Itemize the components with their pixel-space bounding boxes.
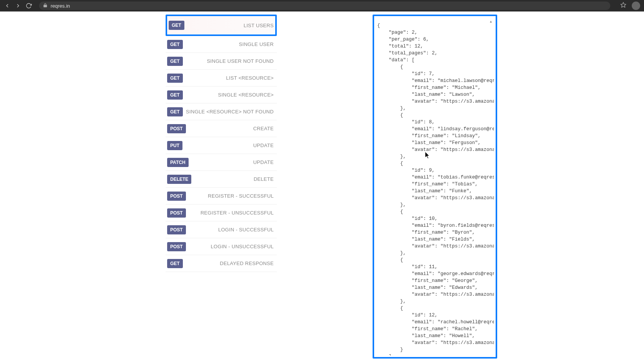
endpoint-label: DELAYED RESPONSE — [220, 260, 274, 266]
svg-marker-0 — [621, 2, 626, 7]
endpoint-label: REGISTER - UNSUCCESSFUL — [200, 210, 274, 216]
endpoint-row[interactable]: POSTREGISTER - UNSUCCESSFUL — [166, 205, 277, 221]
endpoint-row[interactable]: GETLIST USERS — [166, 15, 277, 36]
endpoint-label: SINGLE USER — [239, 41, 274, 47]
endpoint-label: LOGIN - UNSUCCESSFUL — [211, 244, 274, 249]
method-badge: GET — [167, 40, 183, 49]
scroll-up-icon[interactable]: ▴ — [488, 18, 493, 24]
endpoint-label: SINGLE <RESOURCE> — [218, 92, 274, 98]
method-badge: POST — [167, 208, 186, 218]
reload-icon[interactable] — [25, 2, 32, 9]
endpoint-row[interactable]: GETSINGLE <RESOURCE> NOT FOUND — [166, 103, 277, 120]
endpoint-row[interactable]: POSTLOGIN - SUCCESSFUL — [166, 221, 277, 238]
method-badge: POST — [167, 225, 186, 234]
method-badge: POST — [167, 192, 186, 201]
method-badge: GET — [167, 259, 183, 268]
address-bar[interactable]: reqres.in — [39, 2, 610, 10]
method-badge: GET — [167, 74, 183, 83]
endpoint-label: UPDATE — [253, 159, 274, 165]
endpoint-row[interactable]: PUTUPDATE — [166, 137, 277, 154]
endpoint-label: UPDATE — [253, 143, 274, 148]
profile-avatar[interactable] — [632, 2, 640, 10]
endpoint-row[interactable]: POSTREGISTER - SUCCESSFUL — [166, 188, 277, 205]
page-body: GETLIST USERSGETSINGLE USERGETSINGLE USE… — [0, 11, 644, 362]
method-badge: POST — [167, 242, 186, 251]
method-badge: POST — [167, 124, 186, 133]
endpoint-label: CREATE — [253, 126, 274, 131]
endpoint-label: SINGLE <RESOURCE> NOT FOUND — [186, 109, 274, 115]
endpoint-label: DELETE — [254, 176, 274, 182]
response-panel: ▴ { "page": 2, "per_page": 6, "total": 1… — [373, 15, 497, 359]
method-badge: GET — [167, 107, 183, 116]
endpoints-list: GETLIST USERSGETSINGLE USERGETSINGLE USE… — [166, 15, 277, 362]
response-body[interactable]: { "page": 2, "per_page": 6, "total": 12,… — [376, 18, 494, 355]
browser-toolbar: reqres.in — [0, 0, 644, 11]
endpoint-row[interactable]: POSTCREATE — [166, 120, 277, 137]
endpoint-label: LIST <RESOURCE> — [226, 75, 274, 81]
endpoint-row[interactable]: GETDELAYED RESPONSE — [166, 255, 277, 272]
bookmark-star-icon[interactable] — [620, 2, 626, 10]
endpoint-row[interactable]: DELETEDELETE — [166, 171, 277, 188]
method-badge: GET — [167, 90, 183, 100]
method-badge: GET — [169, 21, 184, 30]
lock-icon — [43, 2, 48, 9]
endpoint-row[interactable]: POSTLOGIN - UNSUCCESSFUL — [166, 238, 277, 255]
method-badge: PUT — [167, 141, 182, 150]
endpoint-row[interactable]: PATCHUPDATE — [166, 154, 277, 171]
endpoint-row[interactable]: GETLIST <RESOURCE> — [166, 70, 277, 87]
method-badge: GET — [167, 57, 183, 66]
endpoint-label: LIST USERS — [243, 23, 274, 28]
endpoint-label: LOGIN - SUCCESSFUL — [218, 227, 274, 233]
endpoint-row[interactable]: GETSINGLE USER — [166, 36, 277, 53]
url-text: reqres.in — [51, 3, 70, 9]
method-badge: DELETE — [167, 175, 191, 184]
back-icon[interactable] — [4, 2, 11, 9]
endpoint-row[interactable]: GETSINGLE USER NOT FOUND — [166, 53, 277, 70]
endpoint-label: REGISTER - SUCCESSFUL — [208, 193, 274, 199]
forward-icon[interactable] — [15, 2, 21, 9]
method-badge: PATCH — [167, 158, 189, 167]
endpoint-row[interactable]: GETSINGLE <RESOURCE> — [166, 87, 277, 103]
endpoint-label: SINGLE USER NOT FOUND — [207, 58, 274, 64]
